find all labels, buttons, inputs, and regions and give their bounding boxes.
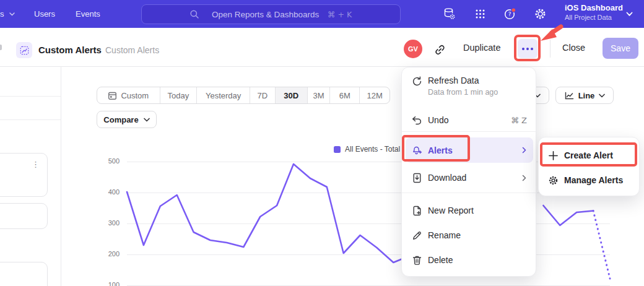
- divider: [550, 40, 550, 58]
- help-icon[interactable]: ?: [503, 7, 516, 20]
- sidebar-card[interactable]: [0, 262, 48, 286]
- y-axis-tick: 400: [98, 188, 120, 196]
- project-scope: All Project Data: [565, 14, 623, 21]
- more-options-button[interactable]: [518, 39, 537, 58]
- gridline: [127, 254, 610, 255]
- sidebar-card[interactable]: [0, 203, 48, 229]
- top-navigation-bar: s Users Events Open Reports & Dashboards…: [0, 0, 644, 28]
- submenu-label: Manage Alerts: [564, 175, 623, 185]
- new-report-icon: [412, 206, 422, 216]
- compare-label: Compare: [103, 115, 138, 124]
- menu-label: Rename: [428, 230, 461, 240]
- data-icon[interactable]: [443, 7, 456, 20]
- series-line: [543, 206, 593, 225]
- line-chart-icon: [564, 91, 574, 100]
- range-30d[interactable]: 30D: [275, 87, 307, 103]
- menu-item-alerts[interactable]: Alerts: [402, 137, 537, 163]
- chevron-down-icon: [144, 118, 150, 122]
- range-3m[interactable]: 3M: [307, 87, 330, 103]
- menu-separator: [402, 131, 537, 132]
- calendar-icon: [108, 91, 117, 100]
- svg-text:?: ?: [508, 11, 511, 17]
- breadcrumb: Custom Alerts: [105, 45, 159, 55]
- chevron-right-icon: [522, 147, 526, 154]
- apps-grid-icon[interactable]: [474, 7, 487, 20]
- menu-item-undo[interactable]: Undo ⌘ Z: [402, 108, 537, 132]
- menu-item-new-report[interactable]: New Report: [402, 198, 537, 223]
- range-7d[interactable]: 7D: [250, 87, 275, 103]
- search-shortcut: ⌘ + K: [328, 10, 400, 19]
- menu-label: New Report: [428, 206, 474, 215]
- nav-item-users[interactable]: Users: [34, 0, 55, 28]
- menu-item-refresh-data[interactable]: Refresh Data Data from 1 min ago: [402, 71, 537, 101]
- search-icon: [189, 9, 199, 19]
- search-input[interactable]: Open Reports & Dashboards ⌘ + K: [141, 4, 401, 24]
- download-icon: [412, 173, 422, 183]
- avatar[interactable]: GV: [404, 40, 422, 58]
- project-name: iOS Dashboard: [565, 3, 623, 12]
- menu-separator: [402, 193, 537, 193]
- chevron-down-icon[interactable]: [626, 12, 633, 17]
- menu-label: Undo: [428, 115, 448, 125]
- series-line: [127, 164, 410, 262]
- y-axis-tick: 100: [98, 281, 120, 286]
- range-custom[interactable]: Custom: [97, 87, 160, 103]
- range-today[interactable]: Today: [160, 87, 197, 103]
- notification-badge: [511, 8, 516, 12]
- pencil-icon: [412, 230, 422, 241]
- menu-shortcut: ⌘ Z: [511, 116, 527, 125]
- gridline: [127, 162, 610, 162]
- sidebar-card[interactable]: [0, 153, 48, 197]
- undo-icon: [412, 115, 422, 126]
- gridline: [127, 223, 610, 224]
- menu-label: Refresh Data: [428, 76, 479, 85]
- compare-button[interactable]: Compare: [97, 111, 157, 128]
- share-link-icon[interactable]: [434, 44, 446, 56]
- chevron-down-icon: [9, 12, 15, 16]
- nav-item-clipped[interactable]: s: [0, 0, 15, 28]
- range-12m[interactable]: 12M: [359, 87, 389, 103]
- search-placeholder: Open Reports & Dashboards: [212, 10, 319, 19]
- y-axis-tick: 500: [98, 157, 120, 165]
- y-axis-tick: 200: [98, 250, 120, 258]
- report-header: Custom Alerts Custom Alerts GV Duplicate…: [0, 28, 644, 67]
- date-range-control: Custom Today Yesterday 7D 30D 3M 6M 12M: [97, 87, 390, 104]
- menu-item-download[interactable]: Download: [402, 165, 537, 190]
- project-switcher[interactable]: iOS Dashboard All Project Data: [565, 3, 623, 21]
- legend-swatch: [334, 146, 341, 153]
- range-yesterday[interactable]: Yesterday: [196, 87, 250, 103]
- context-menu: Refresh Data Data from 1 min ago Undo ⌘ …: [401, 67, 536, 277]
- duplicate-button[interactable]: Duplicate: [463, 43, 500, 53]
- chart-type-button[interactable]: Line: [555, 87, 614, 104]
- chevron-down-icon: [599, 93, 605, 98]
- plus-icon: [548, 150, 559, 161]
- chart-type-label: Line: [578, 91, 595, 100]
- y-axis-tick: 300: [98, 219, 120, 227]
- sidebar-row[interactable]: [0, 67, 61, 97]
- range-6m[interactable]: 6M: [329, 87, 359, 103]
- legend-label: All Events - Total: [345, 145, 400, 154]
- left-sidebar: ⋮: [0, 67, 61, 286]
- gridline: [127, 193, 610, 193]
- bell-plus-icon: [412, 145, 422, 155]
- menu-item-rename[interactable]: Rename: [402, 223, 537, 248]
- submenu-label: Create Alert: [564, 150, 613, 160]
- more-vertical-icon[interactable]: ⋮: [32, 160, 40, 169]
- report-type-icon: [16, 42, 32, 58]
- close-button[interactable]: Close: [562, 43, 585, 53]
- menu-item-delete[interactable]: Delete: [402, 248, 537, 272]
- clipped-element: [0, 45, 2, 50]
- chevron-right-icon: [522, 175, 526, 181]
- save-button[interactable]: Save: [603, 38, 638, 59]
- menu-label: Delete: [428, 255, 453, 265]
- submenu-item-create-alert[interactable]: Create Alert: [539, 143, 640, 168]
- nav-item-events[interactable]: Events: [76, 0, 100, 28]
- menu-label: Download: [428, 173, 466, 183]
- menu-label: Alerts: [428, 145, 453, 155]
- series-line-dotted-tail: [593, 211, 610, 279]
- submenu-item-manage-alerts[interactable]: Manage Alerts: [539, 168, 640, 193]
- settings-icon[interactable]: [534, 7, 547, 20]
- sidebar-row[interactable]: [0, 97, 61, 120]
- chart-legend[interactable]: All Events - Total: [334, 145, 400, 154]
- alerts-submenu: Create Alert Manage Alerts: [538, 137, 640, 196]
